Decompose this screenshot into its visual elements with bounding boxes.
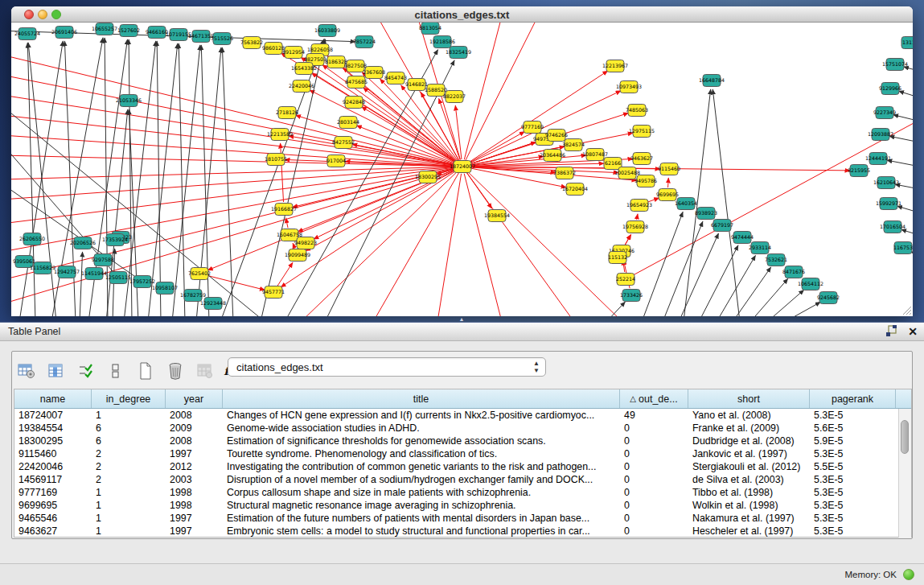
graph-edge[interactable] bbox=[679, 233, 718, 316]
table-panel-header[interactable]: Table Panel ✕ bbox=[0, 322, 924, 341]
graph-node[interactable]: 22420046 bbox=[289, 80, 314, 93]
table-row[interactable]: 946554611997Estimation of the future num… bbox=[14, 512, 911, 525]
graph-node[interactable]: 8454743 bbox=[384, 72, 407, 84]
graph-node[interactable]: 16720404 bbox=[562, 183, 588, 196]
table-vertical-scrollbar[interactable] bbox=[898, 409, 911, 538]
graph-node[interactable]: 9242848 bbox=[343, 97, 365, 109]
graph-node[interactable]: 15751074 bbox=[882, 59, 908, 71]
graph-node[interactable]: 9474444 bbox=[731, 232, 754, 244]
table-row[interactable]: 977716911998Corpus callosum shape and si… bbox=[14, 486, 911, 499]
graph-node[interactable]: 10973493 bbox=[616, 81, 642, 93]
graph-edge[interactable] bbox=[373, 173, 459, 316]
graph-node[interactable]: 20206526 bbox=[70, 237, 96, 249]
graph-node[interactable]: 18300295 bbox=[415, 171, 441, 183]
graph-node[interactable]: 19384554 bbox=[484, 210, 510, 222]
graph-edge[interactable] bbox=[11, 135, 455, 166]
graph-node[interactable]: 7485063 bbox=[626, 105, 648, 117]
graph-node[interactable]: 9495786 bbox=[634, 175, 657, 187]
citation-network-graph[interactable]: 2405572420691406106552571527602946616010… bbox=[11, 23, 913, 316]
graph-node[interactable]: 11156829 bbox=[30, 262, 55, 274]
panel-divider-handle[interactable]: ▲ bbox=[457, 317, 466, 321]
table-row[interactable]: 911546021997Tourette syndrome. Phenomeno… bbox=[14, 447, 911, 460]
graph-node[interactable]: 8427552 bbox=[332, 137, 355, 149]
delete-table-icon[interactable] bbox=[166, 361, 185, 381]
select-column-icon[interactable] bbox=[47, 361, 66, 381]
graph-edge[interactable] bbox=[889, 136, 913, 143]
table-row[interactable]: 1830029562008Estimation of significance … bbox=[14, 435, 911, 447]
graph-edge[interactable] bbox=[361, 107, 456, 163]
graph-node[interactable]: 26206550 bbox=[19, 233, 45, 245]
graph-node[interactable]: 7857224 bbox=[353, 36, 376, 48]
graph-node[interactable]: 9699695 bbox=[656, 189, 679, 201]
graph-node[interactable]: 17353924 bbox=[102, 234, 128, 246]
graph-node[interactable]: 9129966 bbox=[879, 83, 901, 95]
graph-edge[interactable] bbox=[887, 160, 913, 167]
close-panel-icon[interactable]: ✕ bbox=[908, 326, 918, 337]
graph-edge[interactable] bbox=[466, 23, 538, 160]
graph-node[interactable]: 12505115 bbox=[105, 272, 131, 284]
graph-edge[interactable] bbox=[281, 171, 456, 287]
graph-node[interactable]: 7532621 bbox=[765, 254, 787, 266]
graph-node[interactable]: 917004 bbox=[326, 155, 346, 167]
graph-node[interactable]: 9245682 bbox=[817, 292, 840, 304]
graph-node[interactable]: 7515526 bbox=[211, 33, 233, 45]
graph-node[interactable]: 10958107 bbox=[152, 282, 178, 295]
graph-edge[interactable] bbox=[157, 41, 161, 316]
table-row[interactable]: 969969511998Structural magnetic resonanc… bbox=[14, 499, 911, 512]
network-canvas[interactable]: 2405572420691406106552571527602946616010… bbox=[11, 23, 913, 316]
graph-node[interactable]: 21053346 bbox=[116, 95, 142, 107]
table-settings-icon[interactable] bbox=[17, 361, 36, 381]
graph-edge[interactable] bbox=[207, 275, 265, 290]
graph-edge[interactable] bbox=[80, 252, 83, 316]
graph-node[interactable]: 1640354 bbox=[675, 198, 697, 210]
graph-node[interactable]: 12444191 bbox=[865, 153, 891, 165]
table-row[interactable]: 1938455462009Genome-wide association stu… bbox=[14, 422, 911, 435]
graph-node[interactable]: 9466160 bbox=[146, 27, 168, 39]
graph-node[interactable]: 1733426 bbox=[620, 290, 643, 302]
graph-edge[interactable] bbox=[767, 290, 804, 316]
graph-node[interactable]: 9227349 bbox=[873, 107, 896, 119]
column-header-pagerank[interactable]: pagerank bbox=[810, 389, 896, 408]
graph-node[interactable]: 16648784 bbox=[699, 75, 725, 87]
graph-node[interactable]: 8215955 bbox=[848, 165, 870, 177]
graph-node[interactable]: 115132 bbox=[608, 252, 627, 264]
graph-node[interactable]: 15992971 bbox=[876, 198, 901, 210]
graph-node[interactable]: 19099489 bbox=[285, 249, 310, 262]
graph-node[interactable]: 8938923 bbox=[695, 208, 717, 220]
graph-node[interactable]: 12213967 bbox=[602, 60, 628, 72]
graph-node[interactable]: 10655257 bbox=[92, 23, 117, 35]
graph-node[interactable]: 8822037 bbox=[443, 91, 466, 103]
graph-node[interactable]: 9115460 bbox=[658, 163, 680, 175]
column-header-short[interactable]: short bbox=[688, 389, 810, 408]
graph-edge[interactable] bbox=[904, 67, 913, 72]
graph-node[interactable]: 8813054 bbox=[419, 23, 441, 35]
graph-edge[interactable] bbox=[455, 105, 462, 159]
row-height-icon[interactable] bbox=[106, 361, 125, 381]
graph-node[interactable]: 12942757 bbox=[54, 266, 80, 278]
graph-edge[interactable] bbox=[467, 171, 622, 316]
graph-node[interactable]: 9746266 bbox=[545, 130, 568, 142]
graph-edge[interactable] bbox=[277, 262, 293, 286]
graph-node[interactable]: 12093887 bbox=[868, 129, 893, 141]
graph-edge[interactable] bbox=[897, 206, 913, 214]
graph-node[interactable]: 12213589 bbox=[267, 129, 293, 141]
graph-node[interactable]: 2718126 bbox=[276, 107, 298, 119]
graph-node[interactable]: 1527602 bbox=[117, 25, 140, 37]
graph-node[interactable]: 10654112 bbox=[798, 278, 823, 290]
graph-node[interactable]: 3824574 bbox=[562, 139, 585, 151]
graph-node[interactable]: 8471676 bbox=[782, 266, 805, 278]
graph-edge[interactable] bbox=[663, 221, 703, 316]
graph-edge[interactable] bbox=[901, 229, 913, 237]
graph-edge[interactable] bbox=[28, 43, 56, 316]
column-header-title[interactable]: title bbox=[223, 389, 620, 408]
graph-node[interactable]: 19166827 bbox=[271, 204, 297, 216]
graph-node[interactable]: 12923448 bbox=[200, 298, 226, 310]
graph-edge[interactable] bbox=[893, 115, 913, 122]
graph-node[interactable]: 24055724 bbox=[14, 28, 40, 40]
graph-node[interactable]: 16210643 bbox=[873, 177, 899, 189]
column-header-year[interactable]: year bbox=[166, 389, 223, 408]
graph-node[interactable]: 9463627 bbox=[630, 153, 653, 165]
graph-edge[interactable] bbox=[179, 43, 185, 316]
graph-edge[interactable] bbox=[11, 55, 455, 165]
graph-node[interactable]: 18325419 bbox=[446, 47, 471, 59]
